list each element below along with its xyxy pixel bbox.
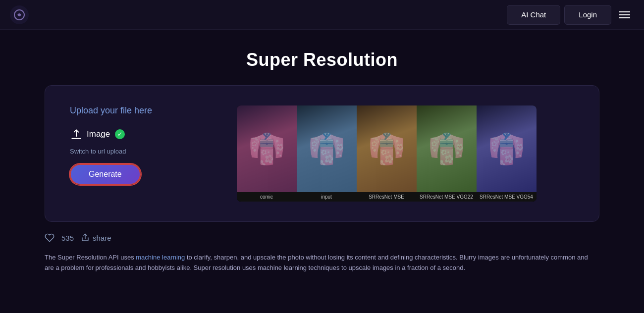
like-button[interactable] (45, 233, 54, 243)
navbar: AI Chat Login (0, 0, 644, 30)
anime-figure-1: 👘 (237, 105, 297, 192)
image-label: Image (87, 129, 110, 139)
images-row: 👘 👘 👘 👘 👘 (237, 105, 537, 192)
navbar-left (10, 5, 29, 24)
upload-icon-wrap[interactable]: Image (70, 128, 110, 141)
login-button[interactable]: Login (564, 5, 611, 25)
bottom-section: 535 share The Super Resolution API uses … (45, 222, 599, 273)
share-label: share (93, 234, 111, 242)
image-strip-wrapper: 👘 👘 👘 👘 👘 comic input SRResNet MSE (199, 105, 574, 202)
menu-bar-3 (619, 17, 630, 18)
share-button[interactable]: share (81, 233, 111, 242)
img-label-2: SRResNet MSE (357, 192, 417, 202)
img-label-1: input (297, 192, 357, 202)
menu-bar-1 (619, 11, 630, 12)
image-cell-comic: 👘 (237, 105, 297, 192)
ai-chat-button[interactable]: AI Chat (507, 5, 560, 25)
main-card: Upload your file here Image ✓ Switch to … (45, 85, 599, 222)
share-icon (81, 233, 90, 242)
page-title-section: Super Resolution (0, 30, 644, 85)
logo-icon[interactable] (10, 5, 29, 24)
img-label-3: SRResNet MSE VGG22 (417, 192, 477, 202)
image-cell-input: 👘 (297, 105, 357, 192)
img-label-4: SRResNet MSE VGG54 (477, 192, 537, 202)
img-labels-row: comic input SRResNet MSE SRResNet MSE VG… (237, 192, 537, 202)
like-count: 535 (61, 234, 74, 242)
switch-url-link[interactable]: Switch to url upload (70, 148, 126, 155)
image-strip: 👘 👘 👘 👘 👘 comic input SRResNet MSE (237, 105, 537, 202)
heart-icon (45, 233, 54, 243)
navbar-right: AI Chat Login (507, 5, 634, 25)
page-title: Super Resolution (0, 50, 644, 70)
anime-figure-3: 👘 (357, 105, 417, 192)
generate-button[interactable]: Generate (70, 164, 141, 185)
check-badge: ✓ (115, 129, 125, 139)
upload-icon (70, 128, 83, 141)
upload-label: Upload your file here (70, 105, 152, 116)
menu-button[interactable] (615, 7, 634, 22)
image-row: Image ✓ (70, 128, 125, 141)
menu-bar-2 (619, 14, 630, 15)
img-label-0: comic (237, 192, 297, 202)
image-cell-srresnet-mse-vgg54: 👘 (477, 105, 537, 192)
description-prefix: The Super Resolution API uses (45, 254, 136, 261)
like-row: 535 share (45, 233, 599, 243)
machine-learning-link[interactable]: machine learning (136, 254, 185, 261)
anime-figure-5: 👘 (477, 105, 537, 192)
anime-figure-2: 👘 (297, 105, 357, 192)
image-cell-srresnet-mse: 👘 (357, 105, 417, 192)
description-text: The Super Resolution API uses machine le… (45, 253, 590, 273)
upload-panel: Upload your file here Image ✓ Switch to … (70, 105, 169, 185)
image-cell-srresnet-mse-vgg22: 👘 (417, 105, 477, 192)
anime-figure-4: 👘 (417, 105, 477, 192)
